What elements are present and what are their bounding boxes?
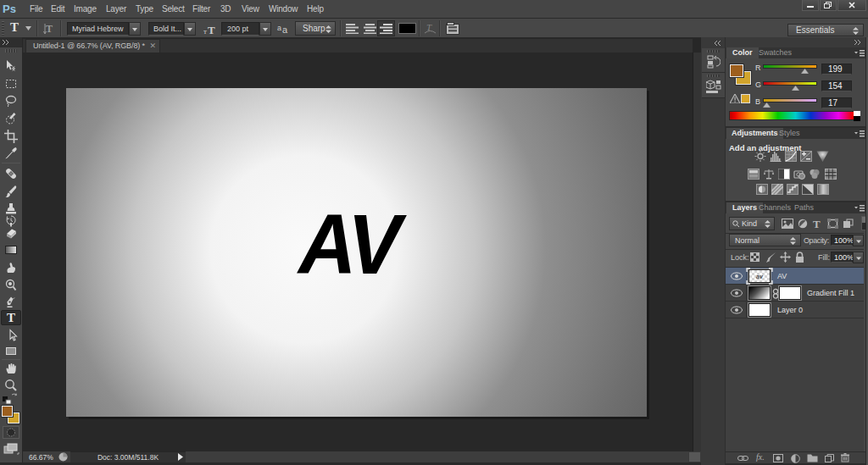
svg-text:T: T [46,23,53,35]
svg-text:т: т [203,27,207,35]
svg-text:T: T [813,219,821,229]
svg-text:a: a [277,24,281,32]
svg-text:a: a [282,25,288,34]
svg-text:T: T [208,24,215,35]
